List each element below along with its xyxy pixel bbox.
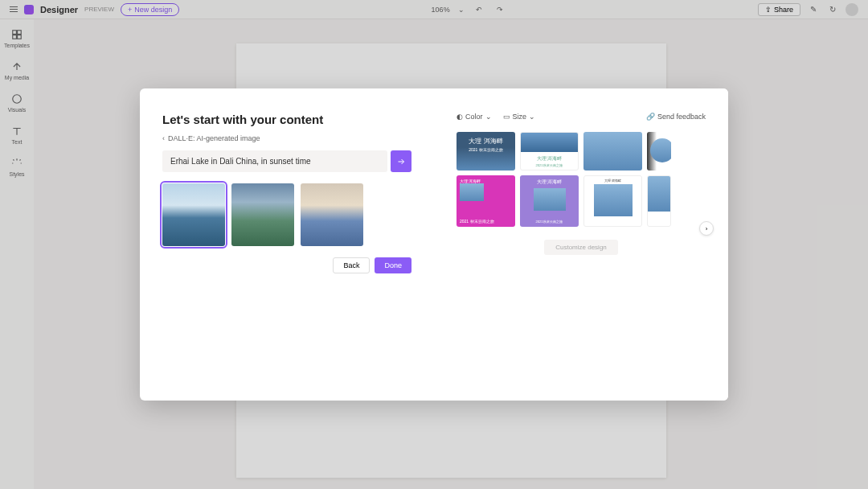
back-button[interactable]: Back — [333, 257, 370, 273]
send-feedback-link[interactable]: 🔗 Send feedback — [646, 113, 706, 121]
chevron-left-icon: ‹ — [162, 134, 165, 142]
done-button[interactable]: Done — [375, 257, 411, 273]
color-dropdown[interactable]: ◐ Color ⌄ — [457, 113, 492, 121]
template-title: 大理 洱海畔 — [604, 179, 621, 183]
template-sub: 2021 秋末云南之旅 — [460, 219, 512, 224]
template-sub: 2021 秋末云南之旅 — [535, 163, 563, 167]
chevron-down-icon: ⌄ — [485, 113, 492, 121]
template-card[interactable] — [647, 175, 671, 227]
link-icon: 🔗 — [646, 113, 655, 121]
next-arrow-button[interactable]: › — [699, 221, 714, 236]
template-title: 大理 洱海畔 — [469, 137, 502, 146]
template-card[interactable]: 大理 洱海畔 — [583, 175, 642, 227]
color-label: Color — [465, 113, 483, 121]
size-dropdown[interactable]: ▭ Size ⌄ — [503, 113, 536, 121]
generated-image-1[interactable] — [162, 183, 225, 246]
generated-image-3[interactable] — [301, 183, 363, 246]
arrow-right-icon — [396, 157, 406, 166]
template-card[interactable]: 大理 洱海畔 2021 秋末云南之旅 — [520, 132, 579, 171]
prompt-submit-button[interactable] — [391, 150, 411, 172]
template-sub: 2021 秋末云南之旅 — [535, 220, 563, 224]
modal-left-panel: Let's start with your content ‹ DALL·E: … — [140, 88, 434, 401]
chevron-right-icon: › — [706, 225, 708, 232]
size-icon: ▭ — [503, 113, 510, 121]
templates-grid: 大理 洱海畔 2021 秋末云南之旅 大理 洱海畔 2021 秋末云南之旅 大理… — [457, 132, 706, 227]
template-card[interactable]: 大理 洱海畔 2021 秋末云南之旅 — [457, 175, 515, 227]
chevron-down-icon: ⌄ — [529, 113, 535, 121]
customize-design-button[interactable]: Customize design — [544, 240, 618, 255]
generated-image-2[interactable] — [231, 183, 294, 246]
palette-icon: ◐ — [457, 113, 463, 121]
prompt-input[interactable] — [162, 150, 387, 172]
breadcrumb-label: DALL·E: AI-generated image — [168, 134, 260, 142]
modal-overlay: Let's start with your content ‹ DALL·E: … — [0, 0, 868, 489]
size-label: Size — [513, 113, 527, 121]
content-modal: Let's start with your content ‹ DALL·E: … — [140, 88, 728, 401]
template-card[interactable]: 大理 洱海畔 2021 秋末云南之旅 — [520, 175, 579, 227]
template-title: 大理 洱海畔 — [537, 155, 563, 162]
template-card[interactable] — [583, 132, 642, 171]
template-card[interactable] — [647, 132, 671, 171]
breadcrumb[interactable]: ‹ DALL·E: AI-generated image — [162, 134, 411, 142]
template-card[interactable]: 大理 洱海畔 2021 秋末云南之旅 — [457, 132, 515, 171]
modal-title: Let's start with your content — [162, 113, 411, 126]
template-sub: 2021 秋末云南之旅 — [469, 147, 503, 152]
feedback-label: Send feedback — [657, 113, 706, 121]
template-title: 大理 洱海畔 — [537, 179, 563, 186]
modal-right-panel: ◐ Color ⌄ ▭ Size ⌄ 🔗 Send feedback 大理 洱海… — [434, 88, 728, 401]
